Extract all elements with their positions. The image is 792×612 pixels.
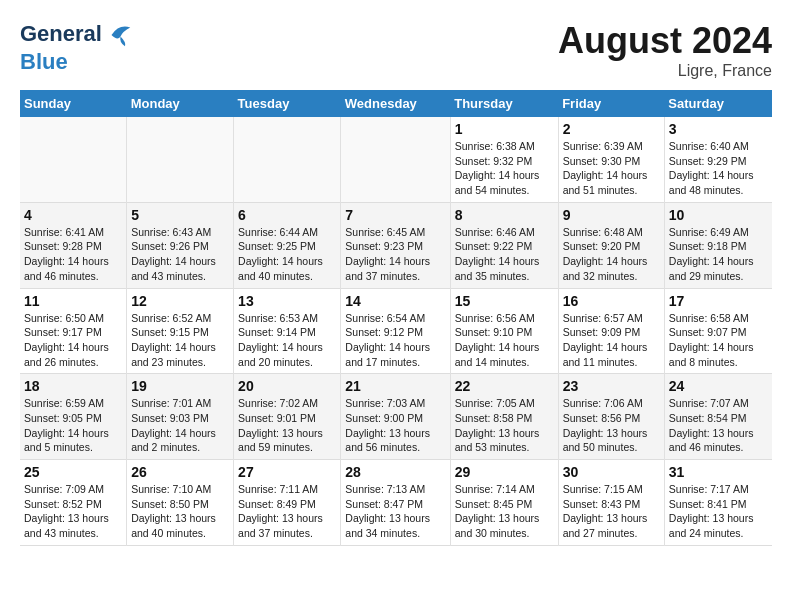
calendar-week-2: 4Sunrise: 6:41 AMSunset: 9:28 PMDaylight… xyxy=(20,202,772,288)
day-info: Sunrise: 7:09 AMSunset: 8:52 PMDaylight:… xyxy=(24,482,122,541)
day-number: 26 xyxy=(131,464,229,480)
calendar-cell-w1-d5: 1Sunrise: 6:38 AMSunset: 9:32 PMDaylight… xyxy=(450,117,558,202)
day-info: Sunrise: 6:49 AMSunset: 9:18 PMDaylight:… xyxy=(669,225,768,284)
day-info: Sunrise: 7:15 AMSunset: 8:43 PMDaylight:… xyxy=(563,482,660,541)
day-number: 7 xyxy=(345,207,445,223)
calendar-week-3: 11Sunrise: 6:50 AMSunset: 9:17 PMDayligh… xyxy=(20,288,772,374)
day-info: Sunrise: 7:02 AMSunset: 9:01 PMDaylight:… xyxy=(238,396,336,455)
day-number: 27 xyxy=(238,464,336,480)
day-number: 29 xyxy=(455,464,554,480)
day-info: Sunrise: 7:07 AMSunset: 8:54 PMDaylight:… xyxy=(669,396,768,455)
day-number: 15 xyxy=(455,293,554,309)
calendar-cell-w1-d1 xyxy=(20,117,127,202)
day-info: Sunrise: 6:43 AMSunset: 9:26 PMDaylight:… xyxy=(131,225,229,284)
day-number: 31 xyxy=(669,464,768,480)
calendar-cell-w4-d5: 22Sunrise: 7:05 AMSunset: 8:58 PMDayligh… xyxy=(450,374,558,460)
month-title: August 2024 xyxy=(558,20,772,62)
calendar-cell-w1-d7: 3Sunrise: 6:40 AMSunset: 9:29 PMDaylight… xyxy=(664,117,772,202)
day-info: Sunrise: 7:03 AMSunset: 9:00 PMDaylight:… xyxy=(345,396,445,455)
calendar-cell-w3-d5: 15Sunrise: 6:56 AMSunset: 9:10 PMDayligh… xyxy=(450,288,558,374)
calendar-week-4: 18Sunrise: 6:59 AMSunset: 9:05 PMDayligh… xyxy=(20,374,772,460)
calendar-cell-w2-d5: 8Sunrise: 6:46 AMSunset: 9:22 PMDaylight… xyxy=(450,202,558,288)
day-info: Sunrise: 6:48 AMSunset: 9:20 PMDaylight:… xyxy=(563,225,660,284)
calendar-cell-w4-d1: 18Sunrise: 6:59 AMSunset: 9:05 PMDayligh… xyxy=(20,374,127,460)
header-saturday: Saturday xyxy=(664,90,772,117)
day-number: 16 xyxy=(563,293,660,309)
calendar-cell-w5-d5: 29Sunrise: 7:14 AMSunset: 8:45 PMDayligh… xyxy=(450,460,558,546)
day-info: Sunrise: 6:52 AMSunset: 9:15 PMDaylight:… xyxy=(131,311,229,370)
calendar-cell-w3-d3: 13Sunrise: 6:53 AMSunset: 9:14 PMDayligh… xyxy=(234,288,341,374)
calendar-table: SundayMondayTuesdayWednesdayThursdayFrid… xyxy=(20,90,772,546)
calendar-header-row: SundayMondayTuesdayWednesdayThursdayFrid… xyxy=(20,90,772,117)
day-number: 11 xyxy=(24,293,122,309)
calendar-cell-w3-d2: 12Sunrise: 6:52 AMSunset: 9:15 PMDayligh… xyxy=(127,288,234,374)
day-number: 22 xyxy=(455,378,554,394)
day-number: 3 xyxy=(669,121,768,137)
header-tuesday: Tuesday xyxy=(234,90,341,117)
day-number: 8 xyxy=(455,207,554,223)
calendar-cell-w1-d6: 2Sunrise: 6:39 AMSunset: 9:30 PMDaylight… xyxy=(558,117,664,202)
calendar-cell-w4-d4: 21Sunrise: 7:03 AMSunset: 9:00 PMDayligh… xyxy=(341,374,450,460)
day-number: 5 xyxy=(131,207,229,223)
day-number: 28 xyxy=(345,464,445,480)
day-info: Sunrise: 6:44 AMSunset: 9:25 PMDaylight:… xyxy=(238,225,336,284)
calendar-cell-w4-d3: 20Sunrise: 7:02 AMSunset: 9:01 PMDayligh… xyxy=(234,374,341,460)
day-number: 17 xyxy=(669,293,768,309)
calendar-cell-w2-d1: 4Sunrise: 6:41 AMSunset: 9:28 PMDaylight… xyxy=(20,202,127,288)
day-info: Sunrise: 7:06 AMSunset: 8:56 PMDaylight:… xyxy=(563,396,660,455)
calendar-cell-w2-d7: 10Sunrise: 6:49 AMSunset: 9:18 PMDayligh… xyxy=(664,202,772,288)
day-info: Sunrise: 6:39 AMSunset: 9:30 PMDaylight:… xyxy=(563,139,660,198)
day-number: 12 xyxy=(131,293,229,309)
day-number: 6 xyxy=(238,207,336,223)
page-header: General Blue August 2024 Ligre, France xyxy=(20,20,772,80)
calendar-cell-w2-d3: 6Sunrise: 6:44 AMSunset: 9:25 PMDaylight… xyxy=(234,202,341,288)
header-sunday: Sunday xyxy=(20,90,127,117)
calendar-cell-w4-d6: 23Sunrise: 7:06 AMSunset: 8:56 PMDayligh… xyxy=(558,374,664,460)
calendar-cell-w5-d7: 31Sunrise: 7:17 AMSunset: 8:41 PMDayligh… xyxy=(664,460,772,546)
calendar-cell-w4-d2: 19Sunrise: 7:01 AMSunset: 9:03 PMDayligh… xyxy=(127,374,234,460)
calendar-cell-w3-d4: 14Sunrise: 6:54 AMSunset: 9:12 PMDayligh… xyxy=(341,288,450,374)
day-number: 9 xyxy=(563,207,660,223)
calendar-cell-w2-d4: 7Sunrise: 6:45 AMSunset: 9:23 PMDaylight… xyxy=(341,202,450,288)
day-info: Sunrise: 7:11 AMSunset: 8:49 PMDaylight:… xyxy=(238,482,336,541)
day-info: Sunrise: 7:10 AMSunset: 8:50 PMDaylight:… xyxy=(131,482,229,541)
month-info: August 2024 Ligre, France xyxy=(558,20,772,80)
day-info: Sunrise: 6:40 AMSunset: 9:29 PMDaylight:… xyxy=(669,139,768,198)
day-number: 19 xyxy=(131,378,229,394)
calendar-cell-w2-d2: 5Sunrise: 6:43 AMSunset: 9:26 PMDaylight… xyxy=(127,202,234,288)
day-number: 14 xyxy=(345,293,445,309)
day-info: Sunrise: 6:56 AMSunset: 9:10 PMDaylight:… xyxy=(455,311,554,370)
calendar-cell-w1-d4 xyxy=(341,117,450,202)
day-info: Sunrise: 6:38 AMSunset: 9:32 PMDaylight:… xyxy=(455,139,554,198)
calendar-cell-w5-d3: 27Sunrise: 7:11 AMSunset: 8:49 PMDayligh… xyxy=(234,460,341,546)
calendar-cell-w2-d6: 9Sunrise: 6:48 AMSunset: 9:20 PMDaylight… xyxy=(558,202,664,288)
calendar-week-5: 25Sunrise: 7:09 AMSunset: 8:52 PMDayligh… xyxy=(20,460,772,546)
calendar-cell-w5-d2: 26Sunrise: 7:10 AMSunset: 8:50 PMDayligh… xyxy=(127,460,234,546)
day-number: 20 xyxy=(238,378,336,394)
day-info: Sunrise: 6:57 AMSunset: 9:09 PMDaylight:… xyxy=(563,311,660,370)
header-thursday: Thursday xyxy=(450,90,558,117)
day-info: Sunrise: 6:45 AMSunset: 9:23 PMDaylight:… xyxy=(345,225,445,284)
logo: General Blue xyxy=(20,20,134,74)
calendar-cell-w5-d6: 30Sunrise: 7:15 AMSunset: 8:43 PMDayligh… xyxy=(558,460,664,546)
calendar-cell-w5-d4: 28Sunrise: 7:13 AMSunset: 8:47 PMDayligh… xyxy=(341,460,450,546)
day-number: 18 xyxy=(24,378,122,394)
calendar-cell-w3-d6: 16Sunrise: 6:57 AMSunset: 9:09 PMDayligh… xyxy=(558,288,664,374)
day-number: 21 xyxy=(345,378,445,394)
header-monday: Monday xyxy=(127,90,234,117)
calendar-cell-w5-d1: 25Sunrise: 7:09 AMSunset: 8:52 PMDayligh… xyxy=(20,460,127,546)
day-number: 10 xyxy=(669,207,768,223)
calendar-week-1: 1Sunrise: 6:38 AMSunset: 9:32 PMDaylight… xyxy=(20,117,772,202)
day-number: 13 xyxy=(238,293,336,309)
day-info: Sunrise: 6:41 AMSunset: 9:28 PMDaylight:… xyxy=(24,225,122,284)
location: Ligre, France xyxy=(558,62,772,80)
day-info: Sunrise: 7:17 AMSunset: 8:41 PMDaylight:… xyxy=(669,482,768,541)
calendar-cell-w4-d7: 24Sunrise: 7:07 AMSunset: 8:54 PMDayligh… xyxy=(664,374,772,460)
day-info: Sunrise: 7:14 AMSunset: 8:45 PMDaylight:… xyxy=(455,482,554,541)
logo-text: General Blue xyxy=(20,20,134,74)
calendar-cell-w1-d3 xyxy=(234,117,341,202)
day-number: 2 xyxy=(563,121,660,137)
day-info: Sunrise: 6:53 AMSunset: 9:14 PMDaylight:… xyxy=(238,311,336,370)
day-number: 24 xyxy=(669,378,768,394)
day-info: Sunrise: 6:46 AMSunset: 9:22 PMDaylight:… xyxy=(455,225,554,284)
